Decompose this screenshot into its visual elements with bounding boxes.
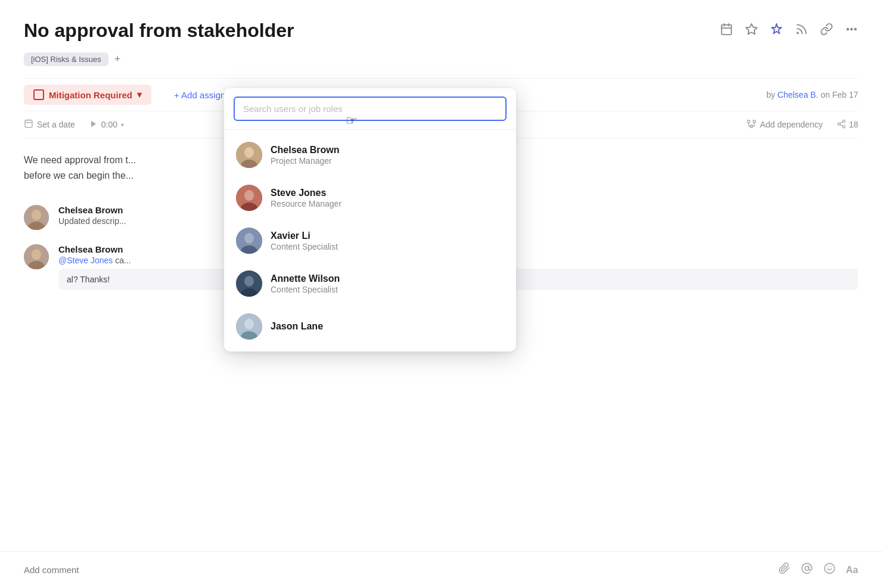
dropdown-user-info-steve: Steve Jones Resource Manager	[271, 188, 341, 209]
svg-point-40	[244, 190, 254, 201]
add-dependency-label: Add dependency	[760, 120, 822, 129]
time-button[interactable]: 0:00 ▾	[89, 120, 124, 130]
dropdown-item-chelsea[interactable]: Chelsea Brown Project Manager	[224, 133, 516, 176]
svg-point-37	[244, 147, 254, 158]
dropdown-user-list: Chelsea Brown Project Manager Steve Jone…	[224, 130, 516, 351]
dropdown-item-steve[interactable]: Steve Jones Resource Manager	[224, 176, 516, 219]
pin-icon[interactable]	[770, 23, 783, 39]
add-comment-input[interactable]	[24, 565, 778, 575]
add-dependency-button[interactable]: Add dependency	[747, 119, 822, 130]
svg-point-27	[32, 210, 41, 220]
avatar-xavier-dropdown	[236, 228, 262, 254]
star-icon[interactable]	[745, 23, 758, 39]
svg-line-25	[840, 122, 843, 123]
status-checkbox-icon	[33, 89, 44, 100]
avatar-chelsea-1	[24, 205, 49, 230]
dropdown-user-name-xavier: Xavier Li	[271, 231, 338, 241]
more-icon[interactable]	[845, 23, 858, 39]
svg-point-5	[797, 33, 799, 34]
svg-point-30	[32, 249, 41, 260]
header-icons-group	[720, 23, 858, 39]
time-dropdown-icon: ▾	[121, 122, 124, 128]
mention-icon[interactable]	[801, 562, 813, 577]
svg-rect-14	[748, 120, 750, 123]
dropdown-user-role-steve: Resource Manager	[271, 199, 341, 209]
mention-link[interactable]: @Steve Jones	[58, 256, 113, 265]
dropdown-user-name-chelsea: Chelsea Brown	[271, 145, 340, 155]
svg-rect-15	[753, 120, 756, 123]
avatar-annette-dropdown	[236, 270, 262, 297]
share-icon	[837, 119, 846, 130]
comment-icons: Aa	[778, 562, 858, 577]
dropdown-user-info-xavier: Xavier Li Content Specialist	[271, 231, 338, 251]
add-comment-bar: Aa	[0, 551, 882, 588]
dependency-icon	[747, 119, 756, 130]
text-format-icon[interactable]: Aa	[846, 565, 858, 575]
tag-row: [iOS] Risks & Issues +	[24, 52, 858, 66]
attachment-icon[interactable]	[778, 562, 790, 577]
reply-text: al? Thanks!	[67, 275, 110, 284]
dropdown-item-annette[interactable]: Annette Wilson Content Specialist	[224, 262, 516, 305]
page-wrapper: No approval from stakeholder [iOS] Ris	[0, 0, 882, 588]
avatar-jason-dropdown	[236, 313, 262, 340]
avatar-chelsea-dropdown	[236, 142, 262, 168]
tag-pill[interactable]: [iOS] Risks & Issues	[24, 52, 108, 66]
user-search-input[interactable]	[234, 97, 507, 121]
status-button[interactable]: Mitigation Required ▾	[24, 85, 151, 105]
assignee-dropdown: Chelsea Brown Project Manager Steve Jone…	[224, 88, 516, 351]
svg-point-43	[244, 233, 254, 244]
svg-point-33	[824, 564, 834, 574]
dropdown-user-name-annette: Annette Wilson	[271, 273, 340, 284]
dropdown-search-container	[224, 88, 516, 130]
dropdown-user-name-steve: Steve Jones	[271, 188, 341, 198]
svg-marker-13	[91, 121, 96, 127]
page-header: No approval from stakeholder	[24, 19, 858, 42]
status-dropdown-icon: ▾	[137, 89, 142, 100]
description-text: We need approval from t... before we can…	[24, 153, 250, 183]
emoji-icon[interactable]	[824, 562, 836, 577]
add-tag-button[interactable]: +	[114, 53, 121, 66]
date-text: on Feb 17	[821, 90, 858, 99]
svg-rect-0	[722, 25, 732, 35]
link-icon[interactable]	[820, 23, 833, 39]
share-count[interactable]: 18	[837, 119, 858, 130]
svg-point-23	[843, 126, 845, 128]
svg-marker-4	[746, 24, 757, 34]
dropdown-user-info-annette: Annette Wilson Content Specialist	[271, 273, 340, 294]
dropdown-user-role-xavier: Content Specialist	[271, 242, 338, 251]
dropdown-user-role-annette: Content Specialist	[271, 285, 340, 294]
dropdown-user-name-jason: Jason Lane	[271, 321, 323, 332]
svg-point-46	[244, 276, 254, 287]
calendar-icon[interactable]	[720, 23, 733, 39]
dropdown-user-info-jason: Jason Lane	[271, 321, 323, 332]
play-icon	[89, 120, 98, 130]
svg-line-24	[840, 125, 843, 126]
calendar-small-icon	[24, 119, 33, 130]
status-label: Mitigation Required	[49, 90, 132, 100]
svg-point-21	[843, 120, 845, 122]
svg-point-7	[851, 29, 852, 30]
svg-point-8	[855, 29, 856, 30]
svg-point-32	[805, 567, 809, 571]
page-title: No approval from stakeholder	[24, 19, 294, 42]
svg-rect-9	[25, 120, 32, 127]
time-value: 0:00	[101, 120, 117, 129]
rss-icon[interactable]	[795, 23, 808, 39]
by-text: by	[766, 90, 775, 99]
description-line2: before we can begin the...	[24, 170, 133, 181]
svg-point-22	[838, 123, 840, 125]
dropdown-item-jason[interactable]: Jason Lane	[224, 305, 516, 348]
description-line1: We need approval from t...	[24, 155, 136, 165]
activity-text-continuation: ca...	[115, 256, 131, 265]
author-name[interactable]: Chelsea B.	[778, 90, 818, 99]
by-info: by Chelsea B. on Feb 17	[766, 90, 858, 99]
avatar-chelsea-2	[24, 244, 49, 269]
dropdown-user-role-chelsea: Project Manager	[271, 156, 340, 166]
set-date-button[interactable]: Set a date	[24, 119, 75, 130]
svg-point-6	[847, 29, 848, 30]
set-date-label: Set a date	[37, 120, 75, 129]
dropdown-user-info-chelsea: Chelsea Brown Project Manager	[271, 145, 340, 166]
svg-point-49	[244, 319, 254, 329]
avatar-steve-dropdown	[236, 185, 262, 211]
dropdown-item-xavier[interactable]: Xavier Li Content Specialist	[224, 219, 516, 262]
